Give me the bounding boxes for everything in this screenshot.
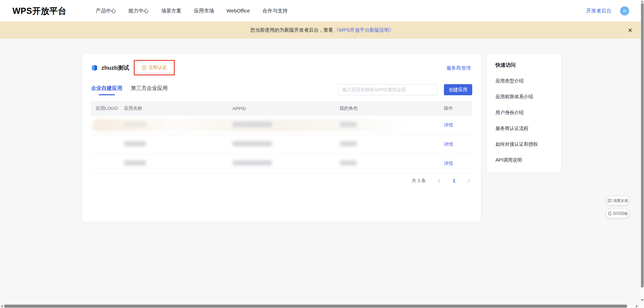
chevron-left-icon[interactable] [436, 177, 443, 184]
feedback-label: 我要反馈 [613, 198, 628, 203]
col-my-role: 我的角色 [340, 105, 444, 111]
sidebar-link-app-types[interactable]: 应用类型介绍 [495, 78, 561, 84]
annotation-red-box: 立即认证 [134, 60, 175, 75]
scroll-up-icon[interactable] [641, 0, 644, 2]
nav-item-scenarios[interactable]: 场景方案 [161, 8, 181, 14]
create-app-button[interactable]: 创建应用 [444, 84, 472, 95]
vertical-scrollbar[interactable] [641, 0, 644, 304]
horizontal-scrollbar-thumb[interactable] [4, 305, 627, 308]
banner-doc-link[interactable]: 《WPS开放平台新版说明》 [334, 27, 394, 33]
top-header: WPS开放平台 产品中心 能力中心 场景方案 应用市场 WebOffice 合作… [0, 0, 644, 22]
search-input[interactable] [338, 87, 438, 92]
header-right: 开发者后台 zh [586, 6, 629, 15]
app-list-card: zhuzb测试 立即认证 服务商管理 企业自建应用 第三方企业应用 创建应用 应… [82, 54, 481, 222]
notice-banner: 您当前使用的为新版开发者后台，查看 《WPS开放平台新版说明》 ✕ [0, 22, 644, 39]
company-name: zhuzb测试 [101, 64, 129, 72]
nav-item-support[interactable]: 合作与支持 [262, 8, 288, 14]
service-provider-link[interactable]: 服务商管理 [447, 65, 471, 71]
horizontal-scrollbar[interactable] [0, 304, 644, 308]
app-type-tabs: 企业自建应用 第三方企业应用 [91, 85, 168, 95]
pagination: 共 3 条 1 [91, 177, 472, 184]
col-actions: 操作 [444, 105, 472, 111]
table-header: 应用LOGO 应用名称 APPID 我的角色 操作 [91, 101, 472, 116]
tab-self-built-apps[interactable]: 企业自建应用 [91, 85, 122, 95]
quick-access-title: 快速访问 [495, 62, 561, 68]
appid-redacted [232, 122, 272, 127]
developer-console-link[interactable]: 开发者后台 [586, 8, 611, 14]
scroll-down-icon[interactable] [641, 299, 644, 301]
user-avatar[interactable]: zh [620, 6, 629, 15]
sidebar-link-permissions[interactable]: 应用权限体系介绍 [495, 94, 561, 100]
main-nav: 产品中心 能力中心 场景方案 应用市场 WebOffice 合作与支持 [96, 8, 287, 14]
scrollbar-corner [641, 304, 644, 308]
table-row: 详情 [91, 116, 472, 135]
detail-link[interactable]: 详情 [444, 141, 472, 147]
company-title-row: zhuzb测试 立即认证 [91, 60, 175, 75]
table-row: 详情 [91, 135, 472, 154]
refresh-icon [608, 211, 612, 216]
verify-now-button[interactable]: 立即认证 [137, 63, 171, 73]
shield-alert-icon [142, 65, 147, 70]
col-app-name: 应用名称 [124, 105, 232, 111]
app-name-redacted [124, 160, 146, 166]
close-icon[interactable]: ✕ [628, 27, 633, 33]
sidebar-link-provider-cert[interactable]: 服务商认证流程 [495, 126, 561, 132]
scroll-right-icon[interactable] [636, 305, 638, 308]
app-name-redacted [124, 122, 146, 127]
role-redacted [340, 122, 357, 127]
vertical-scrollbar-thumb[interactable] [641, 3, 644, 287]
detail-link[interactable]: 详情 [444, 161, 472, 167]
sidebar-link-identity[interactable]: 用户身份介绍 [495, 110, 561, 116]
app-search-box [338, 84, 438, 95]
table-row: 详情 [91, 154, 472, 173]
appid-redacted [232, 141, 272, 146]
role-redacted [340, 141, 357, 146]
nav-item-marketplace[interactable]: 应用市场 [194, 8, 214, 14]
scroll-left-icon[interactable] [1, 305, 3, 308]
banner-text: 您当前使用的为新版开发者后台，查看 [250, 27, 333, 33]
appid-redacted [232, 160, 272, 166]
chat-bubble-icon [608, 199, 612, 203]
app-name-redacted [124, 141, 146, 146]
sidebar-link-api[interactable]: API调用说明 [495, 157, 561, 163]
total-count: 共 3 条 [412, 178, 426, 184]
quick-access-panel: 快速访问 应用类型介绍 应用权限体系介绍 用户身份介绍 服务商认证流程 如何对接… [487, 54, 561, 172]
nav-item-weboffice[interactable]: WebOffice [226, 8, 250, 14]
back-to-old-version-button[interactable]: 回到旧版 [606, 209, 629, 218]
chevron-right-icon[interactable] [465, 177, 472, 184]
col-app-logo: 应用LOGO [96, 105, 124, 111]
col-appid: APPID [232, 106, 340, 111]
detail-link[interactable]: 详情 [444, 122, 472, 128]
building-icon [91, 64, 98, 71]
old-version-label: 回到旧版 [613, 211, 628, 216]
feedback-button[interactable]: 我要反馈 [606, 196, 629, 205]
wps-logo[interactable]: WPS开放平台 [12, 5, 66, 16]
nav-item-capabilities[interactable]: 能力中心 [128, 8, 149, 14]
page-number-current[interactable]: 1 [453, 178, 455, 183]
nav-item-products[interactable]: 产品中心 [96, 8, 116, 14]
app-table: 应用LOGO 应用名称 APPID 我的角色 操作 详情 详情 详情 [91, 101, 472, 173]
verify-now-label: 立即认证 [149, 65, 167, 71]
tab-third-party-apps[interactable]: 第三方企业应用 [131, 85, 168, 95]
role-redacted [340, 160, 357, 166]
sidebar-link-auth[interactable]: 如何对接认证和授权 [495, 141, 561, 147]
